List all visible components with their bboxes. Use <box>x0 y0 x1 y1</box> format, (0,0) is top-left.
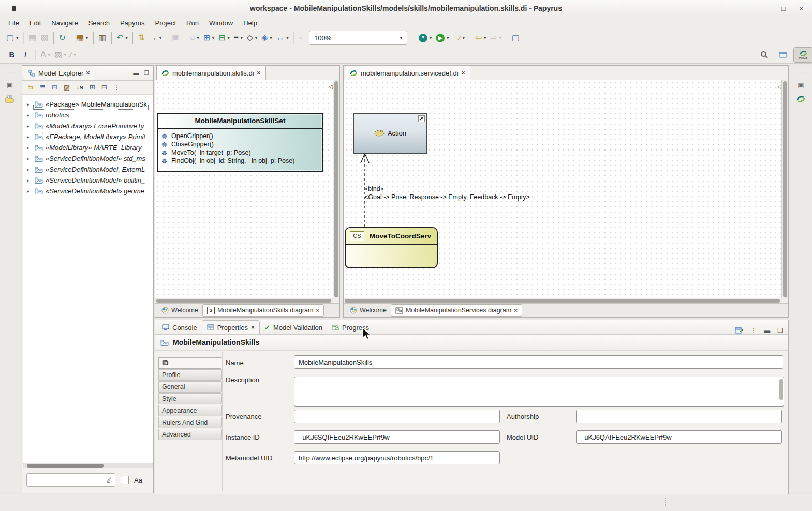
bind-label[interactable]: «bind»<Goal -> Pose, Response -> Empty, … <box>364 185 530 201</box>
dropdown-arrow-icon[interactable]: ▾ <box>212 36 214 40</box>
progress-tab[interactable]: Progress <box>327 321 374 334</box>
tree-item[interactable]: ▸ «ServiceDefinitionModel» std_ms <box>23 153 153 164</box>
services-diagram-canvas[interactable]: Action «bind»<Goal -> Pose, Response -> … <box>344 80 782 298</box>
robotics-wizard-icon[interactable]: ↻ <box>53 32 67 44</box>
properties-side-tab[interactable]: ID <box>158 357 222 369</box>
dropdown-arrow-icon[interactable]: ▾ <box>463 36 465 40</box>
arrange-nodes-icon[interactable]: ⊞ ▾ <box>202 32 216 44</box>
dropdown-arrow-icon[interactable]: ▾ <box>286 36 288 40</box>
skills-editor-tab[interactable]: mobilemanipulation.skills.di × <box>156 65 266 80</box>
services-vscrollbar[interactable] <box>781 80 788 298</box>
dropdown-arrow-icon[interactable]: ▾ <box>227 36 229 40</box>
tree-item[interactable]: ▸ robotics <box>23 110 153 121</box>
chevron-right-icon[interactable]: ▸ <box>27 112 34 118</box>
chevron-right-icon[interactable]: ▸ <box>27 188 34 194</box>
dropdown-arrow-icon[interactable]: ▾ <box>499 36 501 40</box>
case-sensitive-checkbox[interactable] <box>121 476 129 484</box>
chevron-right-icon[interactable]: ▸ <box>27 167 34 172</box>
menu-item[interactable]: Window <box>204 17 238 29</box>
tree-item[interactable]: ▸ «Package» MobileManipulationSk <box>23 99 153 110</box>
close-page-icon[interactable]: × <box>514 307 517 313</box>
console-tab[interactable]: Console <box>157 321 202 334</box>
class-operation[interactable]: OpenGripper() <box>161 132 319 140</box>
model-validation-tab[interactable]: ✓ Model Validation <box>260 321 327 334</box>
save-icon[interactable]: ▦ <box>23 32 38 44</box>
robotics-perspective-button[interactable]: #ROB <box>793 47 812 63</box>
welcome-page-tab[interactable]: Welcome <box>346 305 391 316</box>
provenance-input[interactable] <box>294 410 500 423</box>
services-diagram-page-tab[interactable]: MobileManipulationServices diagram × <box>391 304 522 317</box>
sort-list-icon[interactable]: ≣ <box>38 81 48 94</box>
close-tab-icon[interactable]: × <box>462 69 465 77</box>
clear-filter-icon[interactable] <box>106 476 113 483</box>
model-explorer-tab[interactable]: Model Explorer × <box>24 66 94 80</box>
minimize-view-icon[interactable]: ▬ <box>764 327 770 334</box>
dropdown-arrow-icon[interactable]: ▾ <box>16 36 18 40</box>
properties-side-tab[interactable]: Advanced <box>158 429 222 440</box>
menu-item[interactable]: Help <box>238 17 262 29</box>
properties-side-tab[interactable]: Rulers And Grid <box>158 417 222 428</box>
restore-view-icon[interactable]: ▣ <box>0 81 20 89</box>
route-icon[interactable]: ◈ ▾ <box>260 32 273 44</box>
properties-side-tab[interactable]: Style <box>158 393 222 404</box>
maximize-button[interactable]: □ <box>780 5 787 12</box>
continue-arrow-icon[interactable]: → ▾ <box>147 32 163 44</box>
back-icon[interactable]: ⇦ ▾ <box>470 32 488 44</box>
new-wizard-icon[interactable]: ▢ ▾ <box>5 32 20 44</box>
close-button[interactable]: × <box>798 5 805 12</box>
tree-item[interactable]: ▸ «ServiceDefinitionModel» geome <box>23 186 153 197</box>
layout-grid-icon[interactable]: ⊟ ▾ <box>217 32 231 44</box>
dropdown-arrow-icon[interactable]: ▾ <box>197 36 199 40</box>
dropdown-arrow-icon[interactable]: ▾ <box>86 36 88 40</box>
model-uid-input[interactable] <box>576 430 782 444</box>
class-title[interactable]: MobileManipulationSkillSet <box>158 114 322 129</box>
servicedef-editor-tab[interactable]: mobilemanipulation.servicedef.di × <box>345 65 470 80</box>
dropdown-arrow-icon[interactable]: ▾ <box>159 36 161 40</box>
close-view-icon[interactable]: × <box>251 324 255 331</box>
drag-handle[interactable]: ···· <box>789 69 812 75</box>
properties-side-tab[interactable]: Appearance <box>158 405 222 416</box>
align-icon[interactable]: ≡ ▾ <box>232 32 244 44</box>
view-menu-icon[interactable]: ⋮ <box>111 81 122 94</box>
menu-item[interactable]: Project <box>150 17 181 29</box>
menu-item[interactable]: Edit <box>24 17 46 29</box>
dropdown-arrow-icon[interactable]: ▾ <box>255 36 257 40</box>
class-operation[interactable]: CloseGripper() <box>161 140 319 148</box>
tree-item[interactable]: ▸ «ModelLibrary» EcorePrimitiveTy <box>23 121 153 131</box>
menu-item[interactable]: Navigate <box>46 17 83 29</box>
skills-diagram-page-tab[interactable]: S MobileManipulationSkills diagram × <box>202 304 324 317</box>
sort-alpha-icon[interactable]: ↓a <box>74 81 85 94</box>
bold-button[interactable]: B <box>6 49 18 61</box>
marquee-select-icon[interactable]: ◌ ▾ <box>185 32 201 44</box>
customize-view-icon[interactable]: ▨ <box>62 81 72 94</box>
skills-vscrollbar[interactable] <box>333 80 339 298</box>
line-color-button[interactable]: ∕▾ <box>69 49 78 61</box>
italic-button[interactable]: I <box>19 49 32 61</box>
welcome-page-tab[interactable]: Welcome <box>157 305 202 316</box>
collapse-palette-icon[interactable]: ◁ <box>777 83 781 90</box>
chevron-right-icon[interactable]: ▸ <box>27 177 34 183</box>
class-operation[interactable]: MoveTo( in target_p: Pose) <box>161 148 319 157</box>
name-input[interactable] <box>294 355 783 369</box>
snap-window-icon[interactable]: ▫ <box>293 32 303 44</box>
highlight-pen-icon[interactable]: ∕ ▾ <box>454 32 466 44</box>
tree-item[interactable]: ▸ «ModelLibrary» MARTE_Library <box>23 142 153 153</box>
chevron-right-icon[interactable]: ▸ <box>27 101 34 107</box>
link-editor-icon[interactable]: ⇆ <box>26 81 36 94</box>
maximize-view-icon[interactable]: ❒ <box>144 70 149 77</box>
chevron-right-icon[interactable]: ▸ <box>27 145 34 151</box>
dropdown-arrow-icon[interactable]: ▾ <box>430 36 432 40</box>
chevron-right-icon[interactable]: ▸ <box>27 123 34 129</box>
collapse-all-icon[interactable]: ⊟ <box>99 81 109 94</box>
minimize-view-icon[interactable]: ▬ <box>133 70 139 77</box>
save-all-icon[interactable]: ▩ <box>39 32 50 44</box>
menu-item[interactable]: File <box>3 17 24 29</box>
open-perspective-icon[interactable]: + <box>779 51 788 59</box>
expand-all-icon[interactable]: ⊞ <box>87 81 97 94</box>
zoom-value[interactable]: 100% <box>309 34 395 42</box>
dropdown-arrow-icon[interactable]: ▾ <box>241 36 243 40</box>
tree-item[interactable]: ▸ «ServiceDefinitionModel» builtin_ <box>23 175 153 186</box>
table-edit-icon[interactable]: ▥ <box>93 32 108 44</box>
collapse-palette-icon[interactable]: ◁ <box>329 83 333 90</box>
properties-tab[interactable]: Properties × <box>202 320 260 334</box>
